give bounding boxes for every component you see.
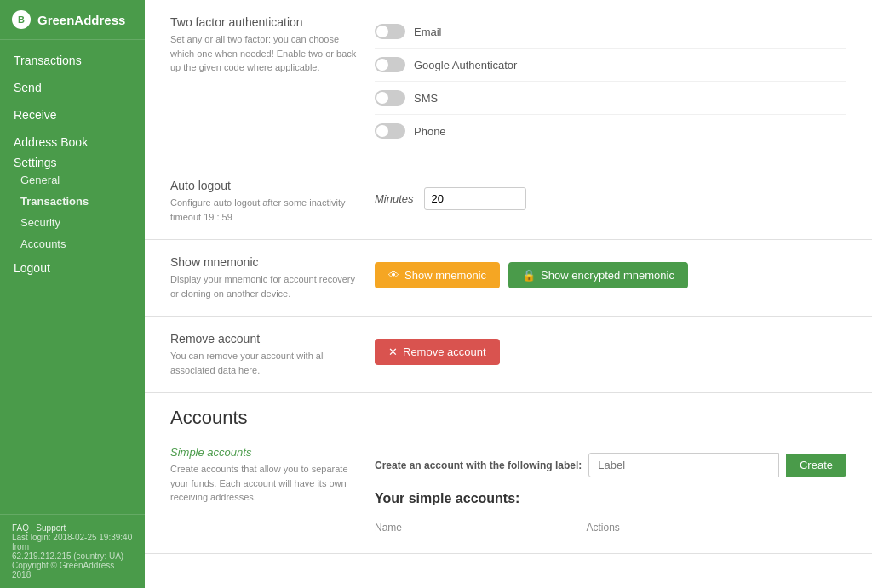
- sidebar-item-send[interactable]: Send: [0, 74, 145, 101]
- label-input[interactable]: [588, 453, 779, 477]
- remove-account-title: Remove account: [170, 332, 358, 345]
- toggle-email-label: Email: [414, 26, 442, 38]
- toggle-google[interactable]: [375, 57, 405, 72]
- simple-accounts-subtitle: Simple accounts: [170, 446, 358, 459]
- toggle-row-sms: SMS: [375, 82, 846, 115]
- remove-account-button[interactable]: ✕ Remove account: [375, 339, 500, 365]
- create-button[interactable]: Create: [786, 454, 846, 477]
- accounts-section: Accounts Simple accounts Create accounts…: [145, 393, 872, 554]
- mnemonic-controls: 👁 Show mnemonic 🔒 Show encrypted mnemoni…: [375, 255, 846, 295]
- your-accounts-title: Your simple accounts:: [375, 491, 846, 506]
- accounts-title: Accounts: [145, 393, 872, 437]
- remove-account-controls: ✕ Remove account: [375, 332, 846, 372]
- show-mnemonic-button[interactable]: 👁 Show mnemonic: [375, 262, 500, 288]
- logo-icon: B: [12, 10, 31, 29]
- show-encrypted-mnemonic-button[interactable]: 🔒 Show encrypted mnemonic: [508, 262, 688, 288]
- toggle-email[interactable]: [375, 24, 405, 39]
- toggle-sms[interactable]: [375, 90, 405, 106]
- toggle-row-phone: Phone: [375, 115, 846, 147]
- main-content: Two factor authentication Set any or all…: [145, 0, 872, 588]
- two-factor-title: Two factor authentication: [170, 15, 358, 29]
- two-factor-controls: Email Google Authenticator SMS Phone: [375, 15, 846, 147]
- toggle-google-label: Google Authenticator: [414, 59, 517, 71]
- toggle-row-email: Email: [375, 15, 846, 49]
- sidebar-item-receive[interactable]: Receive: [0, 101, 145, 128]
- auto-logout-section: Auto logout Configure auto logout after …: [145, 163, 872, 240]
- lock-icon: 🔒: [522, 269, 536, 282]
- minutes-input[interactable]: [424, 187, 526, 210]
- toggle-row-google: Google Authenticator: [375, 49, 846, 82]
- remove-account-description: You can remove your account with all ass…: [170, 349, 358, 377]
- x-icon: ✕: [388, 345, 398, 358]
- sidebar-item-logout[interactable]: Logout: [0, 254, 145, 282]
- last-login-text: Last login: 2018-02-25 19:39:40 from: [12, 533, 133, 551]
- copyright-text: Copyright © GreenAddress 2018: [12, 561, 133, 579]
- remove-account-section: Remove account You can remove your accou…: [145, 317, 872, 393]
- col-name: Name: [375, 517, 586, 539]
- eye-icon: 👁: [388, 269, 399, 282]
- sidebar: B GreenAddress Transactions Send Receive…: [0, 0, 145, 588]
- sidebar-sub-transactions[interactable]: Transactions: [0, 191, 145, 212]
- toggle-sms-label: SMS: [414, 92, 438, 105]
- sidebar-nav: Transactions Send Receive Address Book S…: [0, 40, 145, 514]
- sidebar-sub-accounts[interactable]: Accounts: [0, 233, 145, 254]
- toggle-phone-label: Phone: [414, 125, 446, 138]
- ip-text: 62.219.212.215 (country: UA): [12, 551, 133, 561]
- support-link[interactable]: Support: [36, 523, 66, 533]
- faq-link[interactable]: FAQ: [12, 523, 29, 533]
- sidebar-item-transactions[interactable]: Transactions: [0, 47, 145, 74]
- minutes-label: Minutes: [375, 192, 414, 205]
- two-factor-section: Two factor authentication Set any or all…: [145, 0, 872, 163]
- brand-name: GreenAddress: [37, 13, 125, 27]
- create-label: Create an account with the following lab…: [375, 460, 582, 471]
- sidebar-sub-security[interactable]: Security: [0, 212, 145, 233]
- mnemonic-title: Show mnemonic: [170, 255, 358, 269]
- sidebar-footer: FAQ Support Last login: 2018-02-25 19:39…: [0, 514, 145, 588]
- simple-accounts-section: Simple accounts Create accounts that all…: [145, 437, 872, 554]
- col-actions: Actions: [586, 517, 846, 539]
- simple-accounts-description: Create accounts that allow you to separa…: [170, 462, 358, 505]
- sidebar-item-settings[interactable]: Settings: [0, 149, 71, 176]
- auto-logout-controls: Minutes: [375, 179, 846, 219]
- auto-logout-description: Configure auto logout after some inactiv…: [170, 196, 358, 224]
- accounts-table: Name Actions: [375, 517, 846, 539]
- show-mnemonic-section: Show mnemonic Display your mnemonic for …: [145, 240, 872, 317]
- simple-accounts-controls: Create an account with the following lab…: [375, 446, 846, 539]
- toggle-phone[interactable]: [375, 123, 405, 139]
- two-factor-description: Set any or all two factor: you can choos…: [170, 32, 358, 75]
- sidebar-logo: B GreenAddress: [0, 0, 145, 40]
- mnemonic-description: Display your mnemonic for account recove…: [170, 272, 358, 300]
- auto-logout-title: Auto logout: [170, 179, 358, 192]
